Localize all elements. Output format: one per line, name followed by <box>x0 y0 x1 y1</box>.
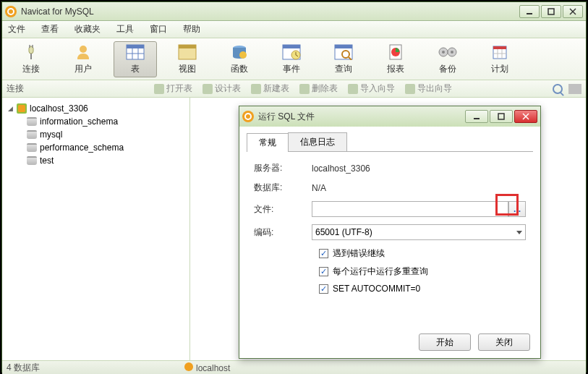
database-icon <box>27 156 37 165</box>
file-input[interactable] <box>312 201 508 217</box>
status-icon <box>184 362 193 371</box>
subtool-export[interactable]: 导出向导 <box>405 82 452 95</box>
tree-db[interactable]: test <box>5 154 187 167</box>
tool-query[interactable]: 查询 <box>322 41 365 77</box>
dialog-close-button[interactable] <box>514 110 537 123</box>
app-title: Navicat for MySQL <box>21 7 519 17</box>
function-icon <box>229 43 250 61</box>
plug-icon <box>21 43 41 61</box>
encoding-select[interactable]: 65001 (UTF-8) <box>312 224 526 240</box>
dialog-titlebar: 运行 SQL 文件 <box>239 106 540 127</box>
status-db-count: 4 数据库 <box>7 362 40 374</box>
menu-view[interactable]: 查看 <box>41 23 59 35</box>
tool-schedule[interactable]: 计划 <box>478 41 521 77</box>
statusbar: 4 数据库 localhost <box>2 360 586 374</box>
tab-general[interactable]: 常规 <box>247 133 289 152</box>
connection-icon <box>17 103 27 114</box>
tool-event[interactable]: 事件 <box>270 41 313 77</box>
server-value: localhost_3306 <box>312 163 526 174</box>
export-icon <box>405 84 415 94</box>
browse-button[interactable]: ... <box>508 201 526 217</box>
menu-help[interactable]: 帮助 <box>183 23 200 35</box>
delete-table-icon <box>299 84 310 94</box>
subtool-design-table[interactable]: 设计表 <box>203 82 241 95</box>
dialog-maximize-button[interactable] <box>490 110 513 123</box>
run-sql-file-dialog: 运行 SQL 文件 常规 信息日志 服务器:localhost_3306 数据库… <box>239 106 541 359</box>
event-icon <box>281 43 302 61</box>
server-label: 服务器: <box>254 162 312 174</box>
svg-rect-34 <box>493 46 506 49</box>
dialog-icon <box>242 111 254 122</box>
database-icon <box>27 143 37 152</box>
tree-connection[interactable]: ◢ localhost_3306 <box>5 102 187 115</box>
svg-rect-15 <box>179 45 196 48</box>
tool-function[interactable]: 函数 <box>218 41 261 77</box>
dialog-title: 运行 SQL 文件 <box>258 111 464 123</box>
svg-rect-1 <box>548 9 554 14</box>
tool-user[interactable]: 用户 <box>61 41 105 77</box>
subtoolbar: 连接 打开表 设计表 新建表 删除表 导入向导 导出向导 <box>2 80 586 98</box>
svg-point-8 <box>80 46 87 53</box>
schedule-icon <box>490 43 510 61</box>
menu-tools[interactable]: 工具 <box>116 23 134 35</box>
search-icon[interactable] <box>553 84 563 94</box>
tree-db[interactable]: performance_schema <box>5 141 187 154</box>
expander-icon[interactable]: ◢ <box>7 105 14 112</box>
svg-point-30 <box>442 51 445 54</box>
encoding-label: 编码: <box>254 226 312 239</box>
tool-report[interactable]: 报表 <box>374 41 417 77</box>
connection-tree: ◢ localhost_3306 information_schema mysq… <box>2 98 190 360</box>
menubar: 文件 查看 收藏夹 工具 窗口 帮助 <box>2 21 586 38</box>
close-button[interactable]: 关闭 <box>478 333 530 351</box>
backup-icon <box>438 43 458 61</box>
design-table-icon <box>203 84 213 94</box>
svg-point-32 <box>451 51 453 54</box>
tool-view[interactable]: 视图 <box>166 41 209 77</box>
titlebar: Navicat for MySQL <box>2 2 586 21</box>
svg-rect-24 <box>335 45 352 48</box>
toolbar: 连接 用户 表 视图 函数 事件 查询 报表 备份 计划 <box>2 38 586 80</box>
table-icon <box>125 43 145 61</box>
checkbox-continue-on-error[interactable] <box>319 249 328 258</box>
checkbox-autocommit[interactable] <box>319 284 328 294</box>
status-host: localhost <box>184 362 230 373</box>
dialog-tabs: 常规 信息日志 <box>247 132 533 152</box>
menu-file[interactable]: 文件 <box>8 23 25 35</box>
svg-rect-19 <box>283 45 300 48</box>
new-table-icon <box>251 84 261 94</box>
subtool-delete-table[interactable]: 删除表 <box>299 82 338 95</box>
menu-favorites[interactable]: 收藏夹 <box>74 23 101 35</box>
app-icon <box>5 6 17 17</box>
tool-backup[interactable]: 备份 <box>426 41 469 77</box>
tree-db[interactable]: mysql <box>5 128 187 141</box>
query-icon <box>333 43 354 61</box>
close-button[interactable] <box>563 5 583 18</box>
tool-table[interactable]: 表 <box>114 41 157 77</box>
open-table-icon <box>154 84 164 94</box>
maximize-button[interactable] <box>541 5 561 18</box>
subtoolbar-label: 连接 <box>7 82 24 95</box>
minimize-button[interactable] <box>519 5 540 18</box>
grid-view-icon[interactable] <box>568 84 581 94</box>
svg-rect-39 <box>498 114 504 119</box>
tree-db[interactable]: information_schema <box>5 115 187 128</box>
start-button[interactable]: 开始 <box>419 333 471 351</box>
database-label: 数据库: <box>254 182 312 194</box>
tool-connection[interactable]: 连接 <box>9 41 53 77</box>
user-icon <box>73 43 93 61</box>
report-icon <box>385 43 406 61</box>
tab-log[interactable]: 信息日志 <box>288 132 347 151</box>
svg-rect-10 <box>127 45 144 48</box>
database-icon <box>27 130 37 139</box>
menu-window[interactable]: 窗口 <box>150 23 167 35</box>
subtool-new-table[interactable]: 新建表 <box>251 82 289 95</box>
checkbox-multi-query[interactable] <box>319 267 328 276</box>
database-value: N/A <box>312 183 526 193</box>
database-icon <box>27 117 37 126</box>
dialog-minimize-button[interactable] <box>465 110 488 123</box>
import-icon <box>348 84 358 94</box>
subtool-import[interactable]: 导入向导 <box>348 82 395 95</box>
subtool-open-table[interactable]: 打开表 <box>154 82 192 95</box>
svg-point-17 <box>239 51 247 59</box>
chevron-down-icon <box>516 231 522 234</box>
